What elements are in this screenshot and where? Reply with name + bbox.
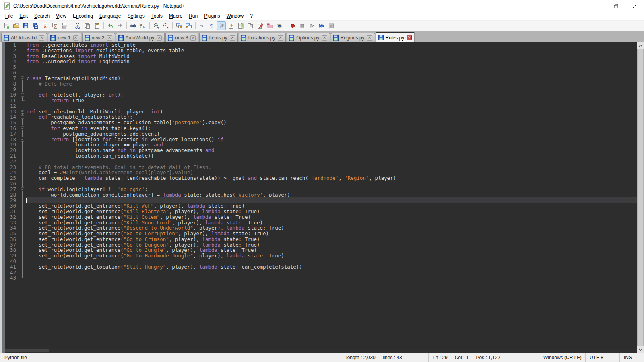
code-text[interactable]: # 88 total achievements. Goal is to defe… <box>26 165 637 170</box>
code-line-25[interactable]: 25 can_complete = lambda state: len(reac… <box>5 175 637 181</box>
code-line-33[interactable]: 33 set_rule(world.get_entrance("Kill Moo… <box>5 220 637 226</box>
code-text[interactable] <box>26 70 637 76</box>
tab-close-icon[interactable]: ✕ <box>367 35 372 41</box>
fold-collapse-icon[interactable] <box>19 92 26 98</box>
tab-close-icon[interactable]: ✕ <box>278 35 283 41</box>
code-text[interactable] <box>26 197 637 203</box>
vertical-scrollbar[interactable] <box>637 42 644 353</box>
sync-vertical-button[interactable] <box>175 21 184 30</box>
fold-collapse-icon[interactable] <box>19 137 26 142</box>
code-line-2[interactable]: 2from .Locations import exclusion_table,… <box>5 48 637 53</box>
code-text[interactable]: location.player == player and <box>26 142 637 148</box>
tab-close-icon[interactable]: ✕ <box>407 35 412 40</box>
code-line-4[interactable]: 4from ..AutoWorld import LogicMixin <box>5 59 637 64</box>
copy-button[interactable] <box>83 21 92 30</box>
code-text[interactable]: location.can_reach(state)] <box>26 153 637 159</box>
code-line-35[interactable]: 35 set_rule(world.get_entrance("Go to Co… <box>5 231 637 237</box>
tab-close-icon[interactable]: ✕ <box>190 35 196 41</box>
code-line-38[interactable]: 38 set_rule(world.get_entrance("Go to Ju… <box>5 247 637 253</box>
vertical-scrollbar-thumb[interactable] <box>637 49 644 346</box>
code-line-11[interactable]: 11 return True <box>5 98 637 103</box>
tab-close-icon[interactable]: ✕ <box>157 35 162 41</box>
menu-encoding[interactable]: Encoding <box>70 12 96 20</box>
code-line-1[interactable]: 1from ..generic.Rules import set_rule <box>5 42 637 48</box>
code-text[interactable]: def reachable_locations(state): <box>26 114 637 120</box>
code-line-9[interactable]: 9 <box>5 86 637 92</box>
show-all-characters-button[interactable]: ¶ <box>207 21 216 30</box>
find-button[interactable] <box>129 21 138 30</box>
tab-items-py[interactable]: Items.py✕ <box>199 33 237 42</box>
code-editor[interactable]: 1from ..generic.Rules import set_rule2fr… <box>0 42 637 353</box>
code-line-31[interactable]: 31 set_rule(world.get_entrance("Kill Pla… <box>5 209 637 214</box>
folder-as-workspace-button[interactable] <box>265 21 274 30</box>
sync-horizontal-button[interactable] <box>184 21 193 30</box>
zoom-out-button[interactable] <box>161 21 170 30</box>
tab-options-py[interactable]: Options.py✕ <box>287 33 330 42</box>
code-text[interactable]: set_rule(world.get_entrance("Kill Moon L… <box>26 220 637 226</box>
fold-collapse-icon[interactable] <box>19 76 26 81</box>
tab-rules-py[interactable]: Rules.py✕ <box>376 32 415 42</box>
tab-new-1[interactable]: new 1✕ <box>48 33 81 42</box>
tab-close-icon[interactable]: ✕ <box>230 35 235 41</box>
menu-file[interactable]: File <box>2 12 16 20</box>
close-all-button[interactable] <box>50 21 59 30</box>
tab-new-2[interactable]: new 2✕ <box>82 33 115 42</box>
code-text[interactable]: postgame_advancements = exclusion_table[… <box>26 120 637 125</box>
menu-macro[interactable]: Macro <box>166 12 186 20</box>
code-text[interactable] <box>26 86 637 92</box>
code-text[interactable]: set_rule(world.get_entrance("Go to Jungl… <box>26 247 637 253</box>
menu-window[interactable]: Window <box>223 12 247 20</box>
code-text[interactable]: def rule(self, player: int): <box>26 92 637 98</box>
open-file-button[interactable] <box>12 21 21 30</box>
print-button[interactable] <box>60 21 69 30</box>
document-list-button[interactable] <box>246 21 255 30</box>
code-line-41[interactable]: 41 set_rule(world.get_location("Still Hu… <box>5 264 637 270</box>
menu-plugins[interactable]: Plugins <box>201 12 223 20</box>
code-line-22[interactable]: 22 <box>5 159 637 165</box>
fold-collapse-icon[interactable] <box>19 109 26 115</box>
code-text[interactable] <box>26 159 637 165</box>
menu-language[interactable]: Language <box>96 12 124 20</box>
code-text[interactable] <box>26 181 637 187</box>
code-text[interactable]: from ..generic.Rules import set_rule <box>26 42 637 48</box>
menu-edit[interactable]: Edit <box>16 12 31 20</box>
bookmark-margin[interactable] <box>2 42 5 353</box>
code-line-39[interactable]: 39 set_rule(world.get_entrance("Go to Ha… <box>5 253 637 259</box>
tab-close-icon[interactable]: ✕ <box>39 35 44 41</box>
paste-button[interactable] <box>93 21 101 30</box>
code-line-8[interactable]: 8 # Defs here <box>5 81 637 87</box>
code-line-7[interactable]: 7class TerrariaLogic(LogicMixin): <box>5 76 637 81</box>
close-file-button[interactable] <box>41 21 50 30</box>
minimize-button[interactable] <box>588 0 607 12</box>
horizontal-scrollbar[interactable] <box>5 349 637 353</box>
save-all-button[interactable] <box>31 21 40 30</box>
tab-close-icon[interactable]: ✕ <box>322 35 327 41</box>
code-text[interactable] <box>26 103 637 109</box>
code-line-42[interactable]: 42 <box>5 270 637 276</box>
code-line-10[interactable]: 10 def rule(self, player: int): <box>5 92 637 98</box>
code-text[interactable]: from .Locations import exclusion_table, … <box>26 48 637 53</box>
code-line-19[interactable]: 19 location.player == player and <box>5 142 637 148</box>
horizontal-scrollbar-thumb[interactable] <box>5 349 49 352</box>
code-line-18[interactable]: 18 return [location for location in worl… <box>5 137 637 142</box>
code-text[interactable]: return True <box>26 98 637 103</box>
code-line-28[interactable]: 28 world.completion_condition[player] = … <box>5 192 637 198</box>
document-map-button[interactable] <box>236 21 245 30</box>
code-text[interactable] <box>26 64 637 70</box>
tab-regions-py[interactable]: Regions.py✕ <box>331 33 375 42</box>
close-button[interactable] <box>625 0 644 12</box>
restore-button[interactable] <box>607 0 625 12</box>
code-text[interactable]: set_rule(world.get_entrance("Go to Hardm… <box>26 253 637 259</box>
menu-search[interactable]: Search <box>31 12 53 20</box>
code-line-24[interactable]: 24 goal = 20#int(world.achievement_goal[… <box>5 170 637 175</box>
code-text[interactable]: set_rule(world.get_entrance("Go to Corru… <box>26 231 637 237</box>
code-line-29[interactable]: 29 <box>5 197 637 203</box>
code-line-23[interactable]: 23 # 88 total achievements. Goal is to d… <box>5 165 637 170</box>
code-text[interactable] <box>26 270 637 276</box>
edit-marker-button[interactable] <box>256 21 264 30</box>
tab-locations-py[interactable]: Locations.py✕ <box>239 33 286 42</box>
zoom-in-button[interactable] <box>152 21 161 30</box>
code-line-14[interactable]: 14 def reachable_locations(state): <box>5 114 637 120</box>
macro-stop-button[interactable] <box>298 21 307 30</box>
code-text[interactable]: for event in events_table.keys(): <box>26 125 637 131</box>
